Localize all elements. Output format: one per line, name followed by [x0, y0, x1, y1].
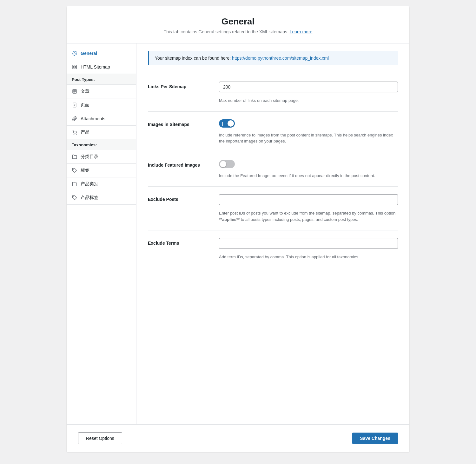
- sidebar-item-products-label: 产品: [81, 129, 89, 135]
- images-in-sitemaps-control: Include reference to images from the pos…: [219, 119, 398, 144]
- folder-icon: [72, 154, 77, 160]
- sidebar-item-category[interactable]: 分类目录: [67, 150, 136, 164]
- body-layout: General HTML Sitemap Post Types:: [67, 43, 409, 424]
- article-icon: [72, 89, 77, 94]
- exclude-terms-input[interactable]: [219, 238, 398, 249]
- featured-toggle[interactable]: [219, 160, 235, 168]
- svg-point-14: [76, 134, 76, 134]
- sidebar-item-attachments[interactable]: Attachments: [67, 112, 136, 126]
- sidebar-item-pages[interactable]: 页面: [67, 98, 136, 112]
- sidebar-item-general[interactable]: General: [67, 47, 136, 60]
- gear-icon: [72, 50, 77, 56]
- page-title: General: [79, 17, 397, 27]
- svg-rect-3: [75, 67, 76, 69]
- exclude-posts-description: Enter post IDs of posts you want to excl…: [219, 210, 398, 222]
- svg-point-13: [74, 134, 74, 134]
- links-per-sitemap-row: Links Per Sitemap Max number of links on…: [148, 74, 398, 112]
- links-per-sitemap-description: Max number of links on each sitemap page…: [219, 97, 398, 104]
- images-toggle[interactable]: [219, 119, 235, 128]
- footer-buttons: Reset Options Save Changes: [67, 424, 409, 452]
- links-per-sitemap-control: Max number of links on each sitemap page…: [219, 82, 398, 104]
- images-in-sitemaps-row: Images in Sitemaps Include reference to …: [148, 112, 398, 152]
- sidebar-item-articles[interactable]: 文章: [67, 85, 136, 98]
- page-wrapper: General This tab contains General settin…: [67, 6, 409, 452]
- page-header: General This tab contains General settin…: [67, 6, 409, 43]
- sidebar-item-tag-label: 标签: [81, 168, 89, 173]
- exclude-posts-control: Enter post IDs of posts you want to excl…: [219, 194, 398, 222]
- info-banner-text: Your sitemap index can be found here:: [155, 56, 231, 61]
- sidebar-item-tag[interactable]: 标签: [67, 164, 136, 177]
- sidebar-item-articles-label: 文章: [81, 89, 89, 94]
- images-in-sitemaps-description: Include reference to images from the pos…: [219, 132, 398, 144]
- images-toggle-container: [219, 119, 398, 129]
- page-subtitle: This tab contains General settings relat…: [79, 29, 397, 34]
- sidebar: General HTML Sitemap Post Types:: [67, 43, 136, 424]
- featured-toggle-thumb: [220, 161, 226, 167]
- folder2-icon: [72, 181, 77, 187]
- include-featured-images-control: Include the Featured Image too, even if …: [219, 160, 398, 179]
- reset-options-button[interactable]: Reset Options: [78, 432, 122, 444]
- sidebar-item-product-tag-label: 产品标签: [81, 195, 98, 201]
- images-in-sitemaps-label: Images in Sitemaps: [148, 119, 211, 127]
- cart-icon: [72, 129, 77, 135]
- include-featured-images-label: Include Featured Images: [148, 160, 211, 168]
- svg-point-0: [74, 53, 75, 54]
- save-changes-button[interactable]: Save Changes: [352, 433, 398, 444]
- sidebar-item-attachments-label: Attachments: [81, 116, 105, 121]
- sidebar-item-category-label: 分类目录: [81, 154, 98, 160]
- tag-icon: [72, 168, 77, 173]
- links-per-sitemap-input[interactable]: [219, 82, 398, 92]
- sidebar-item-product-tag[interactable]: 产品标签: [67, 191, 136, 205]
- links-per-sitemap-label: Links Per Sitemap: [148, 82, 211, 89]
- sidebar-item-products[interactable]: 产品: [67, 126, 136, 139]
- exclude-posts-row: Exclude Posts Enter post IDs of posts yo…: [148, 187, 398, 230]
- include-featured-images-row: Include Featured Images Include the Feat…: [148, 152, 398, 187]
- featured-toggle-container: [219, 160, 398, 169]
- attachment-icon: [72, 116, 77, 122]
- images-toggle-thumb: [228, 120, 234, 127]
- main-content: Your sitemap index can be found here: ht…: [136, 43, 409, 424]
- images-toggle-track: [219, 119, 235, 128]
- sidebar-item-product-cat-label: 产品类别: [81, 181, 98, 187]
- svg-rect-4: [73, 67, 74, 69]
- page-icon: [72, 102, 77, 108]
- exclude-terms-row: Exclude Terms Add term IDs, separated by…: [148, 230, 398, 268]
- exclude-terms-description: Add term IDs, separated by comma. This o…: [219, 254, 398, 260]
- sitemap-url-link[interactable]: https://demo.pythonthree.com/sitemap_ind…: [232, 56, 329, 61]
- sidebar-item-html-sitemap-label: HTML Sitemap: [81, 64, 110, 70]
- exclude-terms-control: Add term IDs, separated by comma. This o…: [219, 238, 398, 260]
- exclude-terms-label: Exclude Terms: [148, 238, 211, 246]
- exclude-posts-input[interactable]: [219, 194, 398, 205]
- learn-more-link[interactable]: Learn more: [290, 29, 313, 34]
- sidebar-item-html-sitemap[interactable]: HTML Sitemap: [67, 60, 136, 74]
- svg-rect-1: [73, 65, 74, 67]
- sidebar-item-product-cat[interactable]: 产品类别: [67, 177, 136, 191]
- post-types-header: Post Types:: [67, 74, 136, 85]
- sidebar-item-pages-label: 页面: [81, 102, 89, 108]
- sidebar-item-general-label: General: [81, 51, 97, 56]
- grid-icon: [72, 64, 77, 70]
- info-banner: Your sitemap index can be found here: ht…: [148, 51, 398, 65]
- taxonomies-header: Taxonomies:: [67, 139, 136, 150]
- svg-rect-2: [75, 65, 76, 67]
- featured-toggle-track: [219, 160, 235, 168]
- exclude-posts-label: Exclude Posts: [148, 194, 211, 202]
- include-featured-images-description: Include the Featured Image too, even if …: [219, 173, 398, 179]
- tag2-icon: [72, 195, 77, 201]
